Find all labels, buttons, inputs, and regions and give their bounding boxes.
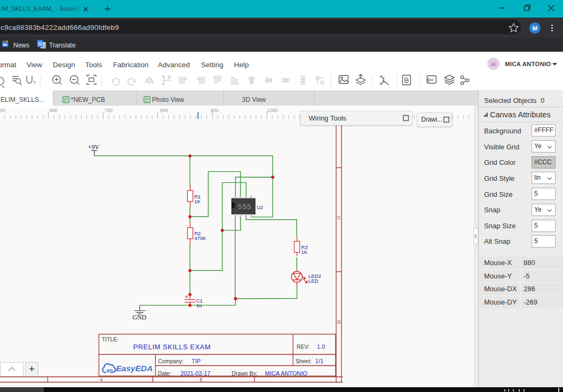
svg-text:4: 4	[100, 377, 103, 382]
svg-text:2021-02-17: 2021-02-17	[180, 370, 210, 377]
svg-text:U2: U2	[257, 204, 263, 210]
svg-text:1.0: 1.0	[317, 343, 325, 350]
svg-text:TITLE:: TITLE:	[102, 336, 119, 342]
svg-text:MICA ANTONIO: MICA ANTONIO	[505, 61, 551, 67]
svg-text:Drawn By:: Drawn By:	[232, 370, 258, 377]
svg-text:5: 5	[200, 377, 203, 382]
svg-text:+9V: +9V	[88, 143, 100, 151]
svg-text:PRELIM SKILLS EXAM: PRELIM SKILLS EXAM	[133, 343, 211, 351]
svg-text:EasyEDA: EasyEDA	[116, 364, 153, 373]
svg-text:1/1: 1/1	[315, 358, 323, 364]
svg-text:470K: 470K	[195, 235, 207, 241]
svg-text:Sheet:: Sheet:	[295, 358, 311, 364]
svg-text:Company:: Company:	[158, 358, 184, 364]
svg-text:?: ?	[33, 80, 36, 85]
svg-text:1K: 1K	[301, 249, 308, 255]
svg-text:REV:: REV:	[297, 343, 310, 350]
svg-text:TIP: TIP	[191, 358, 200, 364]
svg-text:C: C	[337, 215, 341, 220]
svg-text:LED: LED	[309, 278, 319, 284]
svg-text:MICA ANTONIO: MICA ANTONIO	[265, 370, 308, 377]
svg-text:1u: 1u	[196, 302, 202, 308]
svg-text:Date:: Date:	[158, 370, 171, 377]
svg-text:D: D	[337, 319, 341, 325]
svg-text:GND: GND	[133, 314, 147, 321]
svg-text:555: 555	[238, 203, 252, 211]
svg-text:G: G	[38, 41, 42, 46]
svg-text:M: M	[533, 25, 538, 31]
svg-text:1K: 1K	[195, 198, 201, 204]
